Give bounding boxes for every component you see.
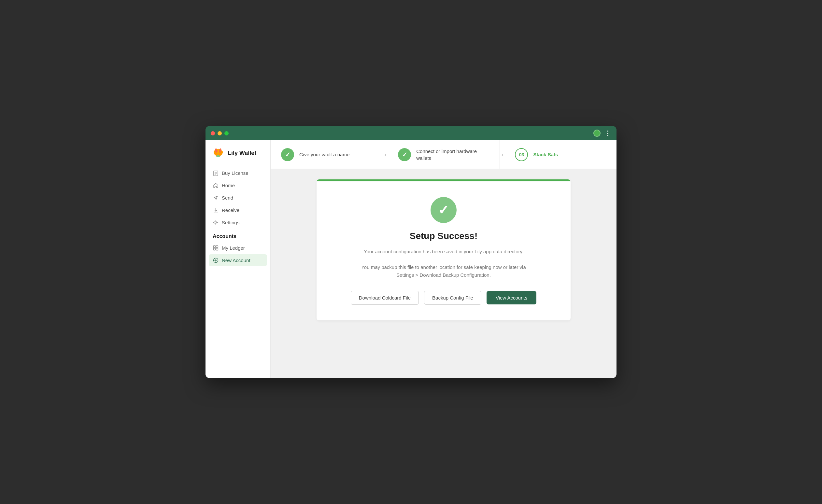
svg-rect-16 bbox=[213, 248, 215, 250]
close-button[interactable] bbox=[211, 131, 215, 135]
svg-rect-15 bbox=[216, 245, 218, 247]
traffic-lights bbox=[211, 131, 229, 135]
send-icon bbox=[213, 195, 219, 200]
titlebar-menu-button[interactable]: ⋮ bbox=[604, 129, 611, 137]
titlebar-right: ⋮ bbox=[593, 129, 611, 137]
receive-icon bbox=[213, 207, 219, 213]
home-icon bbox=[213, 182, 219, 188]
my-ledger-icon bbox=[213, 245, 219, 251]
sidebar-nav: Buy License Home Send bbox=[206, 167, 270, 228]
step1-arrow-icon: › bbox=[383, 140, 388, 169]
step-3: 03 Stack Sats bbox=[504, 140, 616, 169]
step3-circle: 03 bbox=[515, 148, 528, 161]
buy-license-icon bbox=[213, 170, 219, 176]
sidebar: Lily Wallet Buy License Home bbox=[206, 140, 271, 378]
step2-circle: ✓ bbox=[398, 148, 411, 161]
main-content: ✓ Give your vault a name › ✓ Connect or … bbox=[271, 140, 616, 378]
accounts-section-label: Accounts bbox=[206, 228, 270, 242]
step1-circle: ✓ bbox=[281, 148, 294, 161]
step2-label: Connect or import hardware wallets bbox=[416, 148, 489, 161]
sidebar-item-home[interactable]: Home bbox=[209, 179, 267, 191]
step3-number: 03 bbox=[519, 152, 524, 157]
step2-check-icon: ✓ bbox=[402, 151, 407, 158]
svg-point-6 bbox=[217, 152, 220, 155]
card-body: ✓ Setup Success! Your account configurat… bbox=[317, 181, 570, 320]
success-buttons: Download Coldcard File Backup Config Fil… bbox=[351, 291, 536, 305]
sidebar-item-label: Home bbox=[222, 183, 235, 188]
step2-arrow-icon: › bbox=[500, 140, 505, 169]
sidebar-item-my-ledger[interactable]: My Ledger bbox=[209, 242, 267, 254]
step1-label: Give your vault a name bbox=[299, 151, 349, 158]
sidebar-logo: Lily Wallet bbox=[206, 147, 270, 167]
success-card: ✓ Setup Success! Your account configurat… bbox=[317, 179, 570, 320]
sidebar-item-send[interactable]: Send bbox=[209, 192, 267, 203]
sidebar-accounts-nav: My Ledger New Account bbox=[206, 242, 270, 266]
success-description: Your account configuration has been save… bbox=[352, 248, 535, 279]
success-title: Setup Success! bbox=[410, 231, 478, 241]
sidebar-item-label: Send bbox=[222, 195, 233, 200]
svg-rect-17 bbox=[216, 248, 218, 250]
maximize-button[interactable] bbox=[225, 131, 229, 135]
step-2: ✓ Connect or import hardware wallets bbox=[388, 140, 500, 169]
sidebar-item-label: New Account bbox=[222, 258, 251, 263]
backup-config-button[interactable]: Backup Config File bbox=[424, 291, 481, 305]
new-account-icon bbox=[213, 257, 219, 263]
success-check-icon: ✓ bbox=[438, 203, 449, 216]
app-window: ⋮ Lily Wallet bbox=[206, 126, 616, 378]
sidebar-item-new-account[interactable]: New Account bbox=[209, 254, 267, 266]
app-body: Lily Wallet Buy License Home bbox=[206, 140, 616, 378]
steps-header: ✓ Give your vault a name › ✓ Connect or … bbox=[271, 140, 616, 169]
sidebar-logo-text: Lily Wallet bbox=[228, 150, 256, 157]
view-accounts-button[interactable]: View Accounts bbox=[486, 291, 536, 305]
status-indicator bbox=[593, 129, 600, 137]
minimize-button[interactable] bbox=[218, 131, 222, 135]
sidebar-item-label: Receive bbox=[222, 207, 240, 213]
sidebar-item-settings[interactable]: Settings bbox=[209, 216, 267, 228]
step-1: ✓ Give your vault a name bbox=[271, 140, 383, 169]
success-icon-circle: ✓ bbox=[431, 197, 457, 223]
titlebar: ⋮ bbox=[206, 126, 616, 140]
sidebar-item-receive[interactable]: Receive bbox=[209, 204, 267, 216]
success-desc-line2: You may backup this file to another loca… bbox=[361, 265, 526, 278]
content-area: ✓ Setup Success! Your account configurat… bbox=[271, 169, 616, 378]
sidebar-item-buy-license[interactable]: Buy License bbox=[209, 167, 267, 179]
sidebar-item-label: Buy License bbox=[222, 170, 249, 176]
step1-check-icon: ✓ bbox=[285, 151, 291, 158]
download-coldcard-button[interactable]: Download Coldcard File bbox=[351, 291, 419, 305]
lily-logo-icon bbox=[212, 147, 225, 159]
svg-rect-14 bbox=[213, 245, 215, 247]
settings-icon bbox=[213, 219, 219, 225]
step3-label: Stack Sats bbox=[533, 151, 558, 158]
sidebar-item-label: My Ledger bbox=[222, 245, 245, 251]
sidebar-item-label: Settings bbox=[222, 220, 240, 225]
svg-point-13 bbox=[215, 222, 217, 223]
success-desc-line1: Your account configuration has been save… bbox=[364, 249, 523, 254]
